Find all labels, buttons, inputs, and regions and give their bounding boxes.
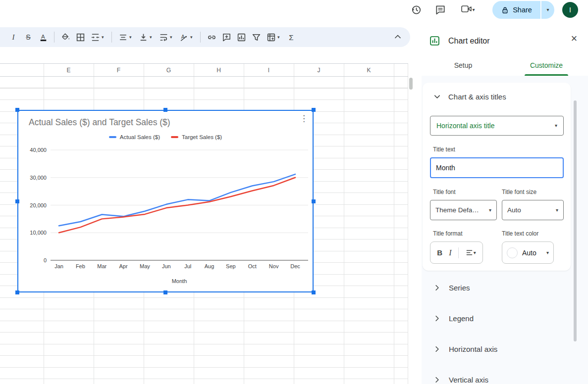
toolbar-text-rotation-button[interactable]: A <box>178 31 190 44</box>
column-headers: EFGHIJK <box>0 63 408 77</box>
meet-button[interactable]: ▾ <box>458 4 478 16</box>
italic-button[interactable]: I <box>449 248 451 257</box>
share-button[interactable]: Share <box>492 1 540 19</box>
svg-text:10,000: 10,000 <box>30 230 47 236</box>
lock-icon <box>501 6 509 14</box>
section-horizontal-axis[interactable]: Horizontal axis <box>423 339 571 359</box>
toolbar-merge-cells-button[interactable] <box>89 31 101 44</box>
section-series[interactable]: Series <box>423 278 571 297</box>
svg-text:A: A <box>41 33 45 40</box>
toolbar-pivot-table-button[interactable] <box>265 31 277 44</box>
comments-icon[interactable] <box>434 4 446 16</box>
chevron-down-icon[interactable]: ▾ <box>190 35 195 40</box>
align-button[interactable]: ▾ <box>465 248 476 257</box>
svg-text:20,000: 20,000 <box>30 202 47 208</box>
toolbar-borders-button[interactable] <box>74 31 86 44</box>
close-icon[interactable]: × <box>568 33 580 44</box>
chart-editor-icon <box>429 36 440 46</box>
toolbar-strikethrough-button[interactable]: S <box>22 31 34 44</box>
toolbar-horizontal-align-button[interactable] <box>117 31 129 44</box>
toolbar-vertical-align-button[interactable] <box>137 31 149 44</box>
title-font-size-dropdown[interactable]: Auto ▾ <box>502 200 564 220</box>
chart-resize-handle[interactable] <box>312 290 316 294</box>
toolbar-text-wrapping-button[interactable] <box>158 31 169 44</box>
chevron-down-icon: ▾ <box>489 208 491 213</box>
svg-text:Oct: Oct <box>248 263 257 269</box>
bold-button[interactable]: B <box>437 248 442 257</box>
section-legend[interactable]: Legend <box>423 308 571 328</box>
chart-resize-handle[interactable] <box>312 108 316 112</box>
color-value: Auto <box>522 249 536 257</box>
toolbar-functions-button[interactable]: Σ <box>285 31 297 44</box>
column-header-H[interactable]: H <box>194 64 244 76</box>
title-font-dropdown[interactable]: Theme Defaul... ▾ <box>430 200 497 220</box>
toolbar-fill-color-button[interactable] <box>59 31 71 44</box>
title-font-size-value: Auto <box>507 206 521 214</box>
avatar[interactable]: I <box>562 2 578 18</box>
chart-editor-panel: Chart editor × Setup Customize Chart & a… <box>422 27 588 384</box>
section-vertical-axis[interactable]: Vertical axis <box>423 370 571 384</box>
panel-scrollbar[interactable] <box>574 100 577 341</box>
tab-setup[interactable]: Setup <box>422 54 505 76</box>
section-chart-axis-titles[interactable]: Chart & axis titles <box>433 93 506 101</box>
chart-resize-handle[interactable] <box>163 290 167 294</box>
legend-swatch <box>109 136 116 138</box>
legend-label: Actual Sales ($) <box>120 134 160 140</box>
title-font-label: Title font <box>433 189 456 195</box>
title-text-input[interactable] <box>430 157 564 178</box>
chevron-down-icon[interactable]: ▾ <box>170 35 175 40</box>
toolbar-insert-comment-button[interactable] <box>220 31 232 44</box>
title-format-toolbar: B I ▾ <box>430 241 483 264</box>
sheet-scrollbar[interactable] <box>409 78 413 90</box>
chevron-down-icon[interactable]: ▾ <box>102 35 107 40</box>
chevron-right-icon <box>433 376 441 384</box>
toolbar-create-filter-button[interactable] <box>250 31 262 44</box>
version-history-icon[interactable] <box>410 4 422 16</box>
app-topbar: ▾ Share ▾ I <box>0 0 588 27</box>
chart-menu-button[interactable]: ⋮ <box>300 113 308 124</box>
chevron-down-icon[interactable]: ▾ <box>129 35 134 40</box>
spreadsheet-grid[interactable]: EFGHIJK Actual Sales ($) and Target Sale… <box>0 47 414 384</box>
toolbar-insert-chart-button[interactable] <box>235 31 247 44</box>
svg-text:Jun: Jun <box>162 263 171 269</box>
legend-item: Target Sales ($) <box>171 134 222 140</box>
toolbar-collapse-button[interactable] <box>393 32 403 42</box>
chart-resize-handle[interactable] <box>163 108 167 112</box>
svg-text:Apr: Apr <box>119 263 128 269</box>
column-header-F[interactable]: F <box>94 64 144 76</box>
svg-text:Jan: Jan <box>54 263 63 269</box>
chart-resize-handle[interactable] <box>15 199 19 203</box>
section-label: Series <box>449 284 470 292</box>
section-label: Vertical axis <box>449 376 488 384</box>
chevron-right-icon <box>433 314 441 323</box>
column-header-G[interactable]: G <box>144 64 194 76</box>
share-label: Share <box>513 6 532 14</box>
title-font-size-label: Title font size <box>502 189 536 195</box>
chart-resize-handle[interactable] <box>312 199 316 203</box>
axis-title-selector[interactable]: Horizontal axis title ▾ <box>430 116 564 136</box>
toolbar-italic-button[interactable]: I <box>7 31 19 44</box>
share-dropdown-button[interactable]: ▾ <box>541 1 554 19</box>
svg-text:Sep: Sep <box>226 263 236 269</box>
column-header-I[interactable]: I <box>244 64 294 76</box>
column-header-E[interactable]: E <box>44 64 94 76</box>
toolbar-divider <box>200 32 201 43</box>
chevron-down-icon[interactable]: ▾ <box>277 35 282 40</box>
divider <box>458 247 459 258</box>
tab-customize-label: Customize <box>530 61 563 69</box>
chevron-down-icon: ▾ <box>474 250 476 255</box>
title-text-color-picker[interactable]: Auto ▾ <box>502 241 554 264</box>
chart-resize-handle[interactable] <box>15 290 19 294</box>
toolbar-insert-link-button[interactable] <box>206 31 217 44</box>
chevron-down-icon[interactable]: ▾ <box>150 35 155 40</box>
column-header-K[interactable]: K <box>344 64 394 76</box>
embedded-chart[interactable]: Actual Sales ($) and Target Sales ($) ⋮ … <box>17 110 314 292</box>
svg-text:Aug: Aug <box>205 263 214 269</box>
chart-resize-handle[interactable] <box>15 108 19 112</box>
toolbar-text-color-button[interactable]: A <box>37 31 49 44</box>
panel-title: Chart editor <box>448 37 490 46</box>
tab-customize[interactable]: Customize <box>505 54 588 76</box>
column-header-J[interactable]: J <box>294 64 344 76</box>
svg-text:May: May <box>140 263 150 269</box>
section-label: Legend <box>449 314 474 323</box>
